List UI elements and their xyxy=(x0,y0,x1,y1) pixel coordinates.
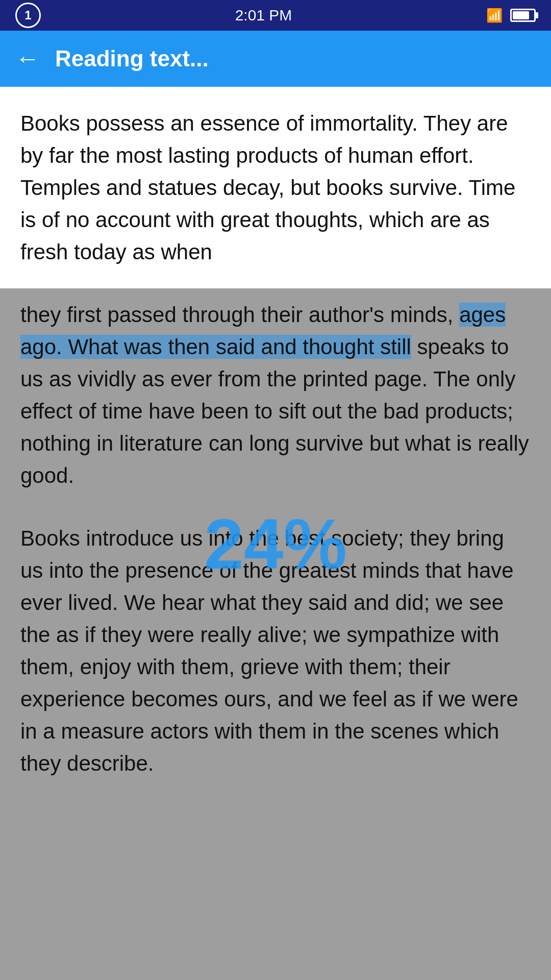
notification-badge: 1 xyxy=(15,3,41,28)
status-icons: 📶 xyxy=(486,8,536,23)
first-paragraph: Books possess an essence of immortality.… xyxy=(20,107,531,268)
continuation-part1: they first passed through their author's… xyxy=(20,303,459,327)
status-time: 2:01 PM xyxy=(235,7,292,24)
continuation-text: they first passed through their author's… xyxy=(20,288,531,492)
status-bar: 1 2:01 PM 📶 xyxy=(0,0,551,31)
white-section: Books possess an essence of immortality.… xyxy=(0,87,551,288)
gray-section: 24% they first passed through their auth… xyxy=(0,288,551,800)
reading-content: Books possess an essence of immortality.… xyxy=(0,87,551,800)
wifi-icon: 📶 xyxy=(486,8,503,23)
battery-icon xyxy=(510,9,536,22)
app-bar: ← Reading text... xyxy=(0,31,551,87)
back-button[interactable]: ← xyxy=(15,46,40,71)
page-title: Reading text... xyxy=(55,46,209,71)
second-paragraph: Books introduce us into the best society… xyxy=(20,522,531,779)
